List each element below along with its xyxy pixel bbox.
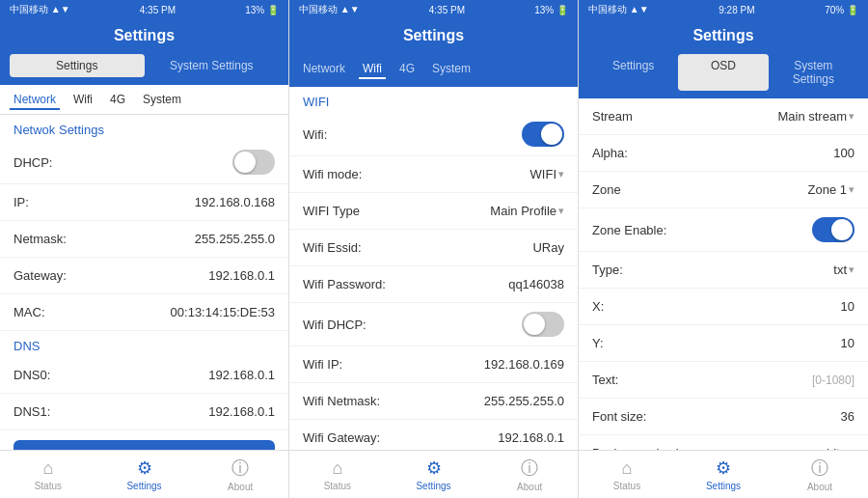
row-wifi-toggle: Wifi: — [289, 113, 578, 156]
label-netmask: Netmask: — [14, 232, 67, 246]
row-netmask: Netmask: 255.255.255.0 — [0, 221, 288, 258]
label-dns1: DNS1: — [14, 404, 50, 419]
row-dns0: DNS0: 192.168.0.1 — [0, 357, 288, 394]
subtab-wifi-2[interactable]: Wifi — [359, 60, 386, 79]
subtab-network-1[interactable]: Network — [10, 91, 60, 110]
panel-osd: 中国移动 ▲▼ 9:28 PM 70% 🔋 Settings Settings … — [579, 0, 868, 498]
seg-tabs-3: Settings OSD System Settings — [579, 54, 868, 98]
toggle-wifi[interactable] — [522, 122, 564, 147]
row-dhcp: DHCP: — [0, 141, 288, 184]
time-2: 4:35 PM — [429, 5, 465, 15]
battery-2: 13% 🔋 — [534, 5, 568, 15]
label-alpha: Alpha: — [592, 146, 628, 160]
toggle-wifi-dhcp[interactable] — [522, 312, 564, 337]
subtab-network-2[interactable]: Network — [299, 60, 349, 79]
label-dhcp: DHCP: — [14, 155, 52, 170]
dropdown-zone[interactable]: Zone 1 — [808, 182, 854, 197]
nav-about-2[interactable]: ⓘ About — [481, 451, 578, 498]
dropdown-wifi-type[interactable]: Main Profile — [490, 204, 564, 218]
row-stream: Stream Main stream — [579, 98, 868, 135]
nav-settings-2[interactable]: ⚙ Settings — [386, 451, 482, 498]
row-text: Text: [0-1080] — [579, 362, 868, 399]
header-3: Settings — [579, 19, 868, 54]
subtab-wifi-1[interactable]: Wifi — [69, 91, 96, 110]
toggle-dhcp[interactable] — [232, 150, 275, 175]
dropdown-type[interactable]: txt — [833, 263, 854, 277]
nav-about-1[interactable]: ⓘ About — [192, 451, 288, 498]
subtab-4g-1[interactable]: 4G — [106, 91, 129, 110]
label-y: Y: — [592, 336, 604, 350]
row-wifi-mode: Wifi mode: WIFI — [289, 156, 578, 193]
row-alpha: Alpha: 100 — [579, 135, 868, 172]
seg-tab-settings-3[interactable]: Settings — [588, 54, 678, 91]
label-wifi-password: Wifi Password: — [303, 277, 386, 291]
nav-label-settings-3: Settings — [706, 481, 741, 491]
dropdown-wifi-mode[interactable]: WIFI — [530, 167, 564, 181]
nav-label-status-3: Status — [613, 481, 640, 491]
seg-tab-system-3[interactable]: System Settings — [769, 54, 858, 91]
value-text[interactable]: [0-1080] — [812, 374, 854, 387]
value-dns0: 192.168.0.1 — [208, 368, 275, 382]
apply-button-1[interactable]: Apply — [14, 440, 275, 450]
carrier-3: 中国移动 ▲▼ — [588, 3, 649, 16]
value-x: 10 — [841, 299, 854, 314]
panel-network: 中国移动 ▲▼ 4:35 PM 13% 🔋 Settings Settings … — [0, 0, 289, 498]
info-icon-3: ⓘ — [811, 456, 828, 480]
status-bar-2: 中国移动 ▲▼ 4:35 PM 13% 🔋 — [289, 0, 578, 19]
nav-status-2[interactable]: ⌂ Status — [289, 451, 386, 498]
value-dns1: 192.168.0.1 — [208, 404, 275, 419]
row-wifi-essid: Wifi Essid: URay — [289, 230, 578, 266]
label-ip: IP: — [14, 195, 29, 209]
nav-label-about-1: About — [228, 482, 253, 492]
row-wifi-dhcp: Wifi DHCP: — [289, 303, 578, 346]
row-bg-color: Background color: white — [579, 435, 868, 450]
bottom-nav-1: ⌂ Status ⚙ Settings ⓘ About — [0, 450, 288, 498]
label-stream: Stream — [592, 109, 633, 124]
label-type: Type: — [592, 263, 623, 277]
subtab-system-2[interactable]: System — [428, 60, 475, 79]
dropdown-stream[interactable]: Main stream — [777, 109, 854, 124]
nav-settings-1[interactable]: ⚙ Settings — [96, 451, 193, 498]
label-zone-enable: Zone Enable: — [592, 223, 666, 237]
value-netmask: 255.255.255.0 — [195, 232, 275, 246]
subtab-4g-2[interactable]: 4G — [395, 60, 419, 79]
gear-icon-1: ⚙ — [137, 457, 152, 479]
subtab-system-1[interactable]: System — [139, 91, 185, 110]
row-zone-enable: Zone Enable: — [579, 208, 868, 252]
row-wifi-ip: Wifi IP: 192.168.0.169 — [289, 346, 578, 383]
toggle-zone-enable[interactable] — [812, 217, 854, 242]
bottom-nav-3: ⌂ Status ⚙ Settings ⓘ About — [579, 450, 868, 498]
battery-1: 13% 🔋 — [245, 5, 279, 15]
nav-label-about-3: About — [807, 482, 832, 492]
nav-label-status-1: Status — [35, 481, 62, 491]
seg-tab-system-1[interactable]: System Settings — [145, 54, 280, 77]
nav-status-3[interactable]: ⌂ Status — [579, 451, 675, 498]
sub-tabs-2: Network Wifi 4G System — [289, 54, 578, 87]
nav-settings-3[interactable]: ⚙ Settings — [675, 451, 772, 498]
seg-tab-settings-1[interactable]: Settings — [10, 54, 145, 77]
section-hdr-wifi: WIFI — [289, 87, 578, 113]
value-wifi-netmask: 255.255.255.0 — [484, 394, 564, 408]
row-dns1: DNS1: 192.168.0.1 — [0, 394, 288, 430]
panel-wifi: 中国移动 ▲▼ 4:35 PM 13% 🔋 Settings Network W… — [289, 0, 579, 498]
info-icon-1: ⓘ — [231, 456, 249, 480]
row-wifi-password: Wifi Password: qq146038 — [289, 266, 578, 303]
nav-status-1[interactable]: ⌂ Status — [0, 451, 96, 498]
nav-label-settings-1: Settings — [126, 481, 161, 491]
label-wifi-ip: Wifi IP: — [303, 357, 342, 372]
label-x: X: — [592, 299, 604, 314]
value-y: 10 — [841, 336, 854, 350]
row-x: X: 10 — [579, 289, 868, 325]
value-alpha: 100 — [833, 146, 854, 160]
label-wifi-essid: Wifi Essid: — [303, 240, 362, 255]
section-hdr-1: Netwok Settings — [0, 115, 288, 141]
content-3: Stream Main stream Alpha: 100 Zone Zone … — [579, 98, 868, 450]
nav-about-3[interactable]: ⓘ About — [772, 451, 868, 498]
gear-icon-3: ⚙ — [716, 457, 731, 479]
row-wifi-type: WIFI Type Main Profile — [289, 193, 578, 230]
info-icon-2: ⓘ — [521, 456, 538, 480]
seg-tab-osd-3[interactable]: OSD — [678, 54, 768, 91]
bottom-nav-2: ⌂ Status ⚙ Settings ⓘ About — [289, 450, 578, 498]
row-zone: Zone Zone 1 — [579, 172, 868, 208]
nav-label-about-2: About — [517, 482, 542, 492]
